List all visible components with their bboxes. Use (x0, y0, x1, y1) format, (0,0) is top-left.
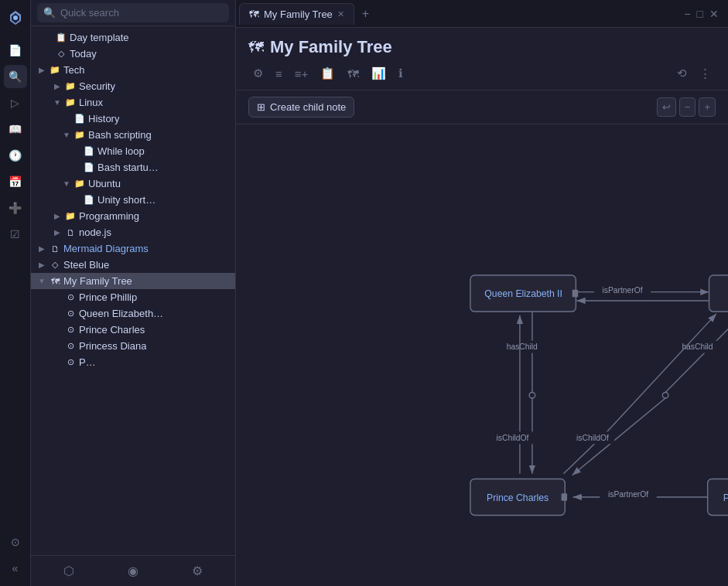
linux-chevron: ▼ (53, 98, 62, 107)
toolbar-chart-icon[interactable]: 📊 (367, 63, 391, 83)
bash-startup-label: Bash startu… (97, 162, 159, 173)
sidebar-item-security[interactable]: ▶ 📁 Security (31, 78, 235, 94)
nav-notes-icon[interactable]: 📄 (4, 39, 27, 62)
steel-blue-label: Steel Blue (63, 259, 109, 271)
edge-label-ispartnerof-top: isPartnerOf (602, 286, 642, 295)
minimize-button[interactable]: − (684, 8, 690, 20)
history-label: History (88, 113, 119, 124)
sidebar-item-history[interactable]: 📄 History (31, 111, 235, 127)
nav-clock-icon[interactable]: 🕐 (4, 144, 27, 167)
sidebar-item-princess-diana[interactable]: ⊙ Princess Diana (31, 338, 235, 354)
toolbar-map-icon[interactable]: 🗺 (343, 64, 364, 83)
sidebar-item-unity-short[interactable]: 📄 Unity short… (31, 192, 235, 208)
search-bar[interactable]: 🔍 Quick search (37, 3, 229, 22)
nav-add-icon[interactable]: ➕ (4, 196, 27, 220)
note-title-icon: 🗺 (248, 39, 264, 56)
no-chevron (71, 163, 80, 172)
today-icon: ◇ (56, 49, 67, 60)
ubuntu-label: Ubuntu (88, 178, 121, 189)
family-tree-label: My Family Tree (63, 275, 132, 287)
steel-blue-chevron: ▶ (37, 261, 46, 270)
toolbar-info-icon[interactable]: ℹ (394, 63, 408, 83)
node-prince-phillip[interactable]: Prince Phillip (709, 275, 728, 312)
nav-check-icon[interactable]: ☑ (4, 223, 27, 246)
close-button[interactable]: ✕ (709, 8, 719, 20)
family-tree-chevron: ▼ (37, 277, 46, 286)
unity-icon: 📄 (84, 195, 94, 206)
toolbar-list-add-icon[interactable]: ≡+ (290, 64, 313, 83)
maximize-button[interactable]: □ (697, 8, 703, 20)
sidebar-item-programming[interactable]: ▶ 📁 Programming (31, 208, 235, 224)
tech-chevron: ▶ (37, 66, 46, 75)
no-chevron (53, 342, 62, 351)
sidebar-item-steel-blue[interactable]: ▶ ◇ Steel Blue (31, 257, 235, 273)
toolbar-right: ⟲ ⋮ (672, 63, 716, 83)
sidebar-item-mermaid[interactable]: ▶ 🗋 Mermaid Diagrams (31, 240, 235, 257)
sidebar-item-linux[interactable]: ▼ 📁 Linux (31, 94, 235, 111)
zoom-out-button[interactable]: − (679, 97, 696, 117)
nav-map-icon[interactable]: 📖 (4, 118, 27, 141)
tab-my-family-tree[interactable]: 🗺 My Family Tree ✕ (239, 3, 354, 25)
icon-bar: 📄 🔍 ▷ 📖 🕐 📅 ➕ ☑ ⊙ « (0, 0, 31, 586)
no-chevron (43, 49, 53, 59)
bash-startup-icon: 📄 (84, 162, 94, 173)
sidebar-item-my-family-tree[interactable]: ▼ 🗺 My Family Tree (31, 273, 235, 289)
linux-icon: 📁 (65, 97, 76, 108)
sidebar-item-while-loop[interactable]: 📄 While loop (31, 143, 235, 159)
nav-collapse-icon[interactable]: « (4, 557, 27, 580)
circle-icon[interactable]: ◉ (125, 560, 142, 581)
toolbar-list-icon[interactable]: ≡ (271, 64, 287, 83)
app-logo[interactable] (4, 6, 27, 29)
node-princess-diana[interactable]: Princess Diana (708, 479, 728, 515)
node-queen-elizabeth[interactable]: Queen Elizabeth II (470, 275, 578, 312)
sidebar-item-today[interactable]: ◇ Today (31, 46, 235, 62)
zoom-in-button[interactable]: + (699, 97, 716, 117)
sidebar-item-bash-scripting[interactable]: ▼ 📁 Bash scripting (31, 127, 235, 143)
toolbar-sliders-icon[interactable]: ⚙ (248, 63, 268, 83)
sidebar-item-ubuntu[interactable]: ▼ 📁 Ubuntu (31, 175, 235, 192)
bash-icon: 📁 (74, 130, 85, 141)
sidebar-tree: 📋 Day template ◇ Today ▶ 📁 Tech ▶ 📁 Secu… (31, 26, 235, 555)
prince-phillip-label: Prince Phillip (79, 291, 137, 303)
toolbar-more-icon[interactable]: ⋮ (695, 63, 716, 83)
sidebar: 🔍 Quick search 📋 Day template ◇ Today ▶ … (31, 0, 236, 586)
mermaid-icon: 🗋 (50, 244, 60, 254)
sidebar-item-tech[interactable]: ▶ 📁 Tech (31, 62, 235, 78)
nav-calendar-icon[interactable]: 📅 (4, 170, 27, 193)
tab-close-button[interactable]: ✕ (337, 10, 344, 19)
p-icon: ⊙ (65, 357, 76, 368)
tab-bar: 🗺 My Family Tree ✕ + − □ ✕ (236, 0, 728, 28)
day-template-label: Day template (70, 32, 129, 43)
node-prince-charles[interactable]: Prince Charles (470, 479, 567, 515)
queen-elizabeth-icon: ⊙ (65, 308, 76, 319)
settings-icon[interactable]: ⚙ (189, 560, 206, 581)
new-tab-button[interactable]: + (356, 4, 375, 24)
svg-rect-30 (562, 493, 568, 500)
zoom-reset-button[interactable]: ↩ (657, 97, 676, 117)
diagram-canvas[interactable]: isPartnerOf hasChild hasChild isChildOf … (236, 124, 728, 586)
edge-label-haschild-left: hasChild (507, 342, 538, 351)
family-tree-icon: 🗺 (50, 276, 60, 287)
sidebar-item-queen-elizabeth[interactable]: ⊙ Queen Elizabeth… (31, 305, 235, 322)
sidebar-item-p[interactable]: ⊙ P… (31, 354, 235, 370)
prince-phillip-icon: ⊙ (65, 292, 76, 303)
sidebar-item-day-template[interactable]: 📋 Day template (31, 29, 235, 46)
unity-label: Unity short… (97, 194, 156, 206)
mermaid-chevron: ▶ (37, 244, 46, 254)
prince-charles-label: Prince Charles (79, 324, 145, 336)
no-chevron (71, 147, 80, 156)
ubuntu-icon: 📁 (74, 179, 85, 189)
nav-search-icon[interactable]: 🔍 (4, 65, 27, 88)
toolbar-history-icon[interactable]: ⟲ (672, 63, 692, 83)
nav-circle-icon[interactable]: ⊙ (4, 530, 27, 554)
sidebar-item-nodejs[interactable]: ▶ 🗋 node.js (31, 224, 235, 240)
princess-diana-node-label: Princess Diana (723, 492, 728, 503)
sidebar-item-bash-startup[interactable]: 📄 Bash startu… (31, 159, 235, 175)
sidebar-item-prince-charles[interactable]: ⊙ Prince Charles (31, 322, 235, 338)
nav-send-icon[interactable]: ▷ (4, 91, 27, 114)
create-child-button[interactable]: ⊞ Create child note (248, 97, 354, 118)
toolbar-table-icon[interactable]: 📋 (316, 63, 340, 83)
layers-icon[interactable]: ⬡ (60, 560, 77, 581)
steel-blue-icon: ◇ (50, 260, 60, 271)
sidebar-item-prince-phillip[interactable]: ⊙ Prince Phillip (31, 289, 235, 305)
